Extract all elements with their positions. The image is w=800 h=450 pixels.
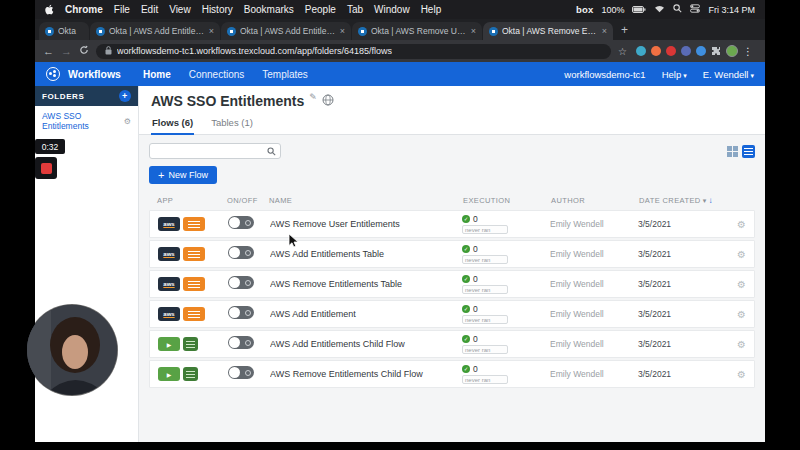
browser-tab-okta[interactable]: Okta (39, 22, 89, 40)
page-head: AWS SSO Entitlements ✎ (139, 86, 765, 112)
flow-row[interactable]: aws AWS Add Entitlements Table ✓0never r… (149, 240, 755, 268)
menu-window[interactable]: Window (374, 4, 410, 15)
webcam-bubble[interactable] (27, 305, 117, 395)
page-tabs: Flows (6) Tables (1) (139, 112, 765, 135)
menu-view[interactable]: View (169, 4, 191, 15)
chrome-menu-dots-icon[interactable]: ⋮ (743, 46, 753, 57)
globe-icon[interactable] (322, 92, 334, 110)
help-menu[interactable]: Help▾ (662, 69, 687, 80)
extension-icon[interactable] (681, 46, 691, 56)
spotlight-search-icon[interactable] (673, 4, 682, 15)
flow-name-link[interactable]: AWS Add Entitlement (270, 309, 462, 319)
nav-connections[interactable]: Connections (189, 69, 245, 80)
brand-title: Workflows (68, 68, 121, 80)
chevron-down-icon: ▾ (750, 72, 754, 79)
menu-help[interactable]: Help (421, 4, 442, 15)
tab-close-icon[interactable]: × (340, 26, 345, 36)
flow-name-link[interactable]: AWS Add Entitlements Child Flow (270, 339, 462, 349)
bookmark-star-icon[interactable]: ☆ (618, 46, 627, 57)
macos-menu-bar: Chrome File Edit View History Bookmarks … (35, 0, 765, 19)
user-menu[interactable]: E. Wendell▾ (703, 69, 754, 80)
new-tab-button[interactable]: + (621, 23, 628, 37)
extension-icon[interactable] (666, 46, 676, 56)
menu-file[interactable]: File (114, 4, 130, 15)
flow-row[interactable]: aws AWS Remove User Entitlements ✓0never… (149, 210, 755, 238)
control-center-icon[interactable] (690, 4, 700, 15)
tab-tables[interactable]: Tables (1) (210, 114, 254, 134)
add-folder-button[interactable]: + (119, 90, 131, 102)
profile-avatar[interactable] (726, 45, 738, 57)
aws-icon: aws (158, 307, 180, 321)
search-icon[interactable] (267, 142, 276, 160)
flow-name-link[interactable]: AWS Remove Entitlements Child Flow (270, 369, 462, 379)
col-date-created[interactable]: DATE CREATED ▾ ↓ (639, 196, 723, 205)
sidebar-item-aws-sso-entitlements[interactable]: AWS SSO Entitlements ⚙ (35, 106, 138, 136)
menu-tab[interactable]: Tab (347, 4, 363, 15)
plus-icon: + (158, 170, 164, 181)
menubar-clock[interactable]: Fri 3:14 PM (708, 5, 755, 15)
workflows-logo-icon[interactable] (46, 67, 60, 81)
menu-history[interactable]: History (202, 4, 233, 15)
flow-name-link[interactable]: AWS Add Entitlements Table (270, 249, 462, 259)
flow-name-link[interactable]: AWS Remove User Entitlements (270, 219, 462, 229)
row-gear-icon[interactable]: ⚙ (722, 219, 746, 230)
onoff-toggle[interactable] (228, 336, 254, 349)
nav-templates[interactable]: Templates (262, 69, 308, 80)
tab-flows[interactable]: Flows (6) (151, 114, 194, 135)
browser-tab-add-entitlements[interactable]: Okta | AWS Add Entitlements × (90, 22, 220, 40)
onoff-toggle[interactable] (228, 276, 254, 289)
tab-close-icon[interactable]: × (471, 26, 476, 36)
back-icon[interactable]: ← (43, 46, 54, 57)
row-gear-icon[interactable]: ⚙ (722, 309, 746, 320)
extension-icon[interactable] (651, 46, 661, 56)
row-gear-icon[interactable]: ⚙ (722, 339, 746, 350)
stop-recording-button[interactable] (35, 157, 57, 179)
okta-favicon (45, 27, 54, 36)
app-nav: Home Connections Templates (143, 69, 308, 80)
recording-timer: 0:32 (35, 139, 65, 154)
folder-gear-icon[interactable]: ⚙ (124, 117, 131, 126)
new-flow-button[interactable]: + New Flow (149, 166, 217, 184)
edit-title-icon[interactable]: ✎ (309, 92, 317, 102)
refresh-icon[interactable] (79, 45, 89, 57)
tab-close-icon[interactable]: × (209, 26, 214, 36)
onoff-toggle[interactable] (228, 246, 254, 259)
menu-bookmarks[interactable]: Bookmarks (244, 4, 294, 15)
onoff-toggle[interactable] (228, 306, 254, 319)
browser-tab-add-entitlement[interactable]: Okta | AWS Add Entitlement × (221, 22, 351, 40)
apple-menu-icon[interactable] (45, 4, 54, 15)
flow-author: Emily Wendell (550, 219, 638, 229)
flow-row[interactable]: aws AWS Add Entitlement ✓0never ran Emil… (149, 300, 755, 328)
battery-icon[interactable] (632, 5, 646, 15)
tab-close-icon[interactable]: × (602, 26, 607, 36)
row-gear-icon[interactable]: ⚙ (722, 279, 746, 290)
col-author: AUTHOR (551, 196, 639, 205)
browser-tab-remove-user-entitlements[interactable]: Okta | AWS Remove User Entitlements × (352, 22, 482, 40)
menu-chrome[interactable]: Chrome (65, 4, 103, 15)
wifi-icon[interactable] (654, 5, 665, 15)
box-icon[interactable]: box (576, 4, 594, 15)
col-onoff: ON/OFF (227, 196, 269, 205)
extension-icon[interactable] (696, 46, 706, 56)
flow-name-link[interactable]: AWS Remove Entitlements Table (270, 279, 462, 289)
onoff-toggle[interactable] (228, 366, 254, 379)
list-app-icon (183, 247, 205, 261)
aws-icon: aws (158, 217, 180, 231)
extension-icon[interactable] (636, 46, 646, 56)
browser-tab-remove-entitlements[interactable]: Okta | AWS Remove Entitlements × (483, 22, 613, 40)
flow-row[interactable]: aws AWS Remove Entitlements Table ✓0neve… (149, 270, 755, 298)
grid-view-icon[interactable] (726, 145, 739, 158)
flow-row[interactable]: ▶ AWS Add Entitlements Child Flow ✓0neve… (149, 330, 755, 358)
flow-row[interactable]: ▶ AWS Remove Entitlements Child Flow ✓0n… (149, 360, 755, 388)
nav-home[interactable]: Home (143, 69, 171, 80)
forward-icon[interactable]: → (61, 46, 72, 57)
address-bar[interactable]: workflowsdemo-tc1.workflows.trexcloud.co… (96, 44, 611, 59)
onoff-toggle[interactable] (228, 216, 254, 229)
extensions-puzzle-icon[interactable] (711, 42, 721, 60)
row-gear-icon[interactable]: ⚙ (722, 369, 746, 380)
menu-people[interactable]: People (305, 4, 336, 15)
menu-edit[interactable]: Edit (141, 4, 158, 15)
row-gear-icon[interactable]: ⚙ (722, 249, 746, 260)
search-input[interactable] (154, 146, 264, 156)
list-view-icon[interactable] (742, 145, 755, 158)
